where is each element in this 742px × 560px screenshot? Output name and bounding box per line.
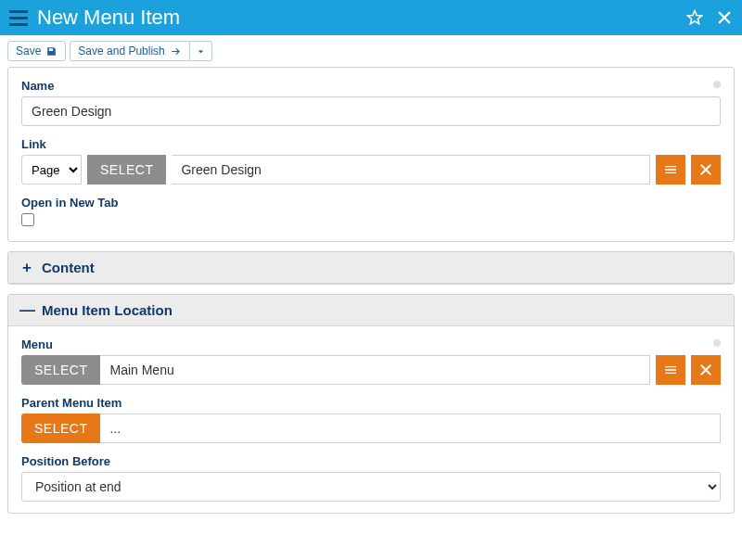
link-label: Link <box>21 137 721 151</box>
hamburger-icon[interactable] <box>9 8 28 27</box>
open-new-tab-group: Open in New Tab <box>21 196 721 230</box>
link-group: Link Page SELECT Green Design <box>21 137 721 185</box>
menu-menu-button[interactable] <box>656 355 685 385</box>
link-value: Green Design <box>172 155 650 185</box>
menu-icon <box>663 162 678 177</box>
link-select-button[interactable]: SELECT <box>87 155 166 185</box>
chevron-down-icon <box>195 45 207 57</box>
menu-label: Menu <box>21 337 721 351</box>
link-menu-button[interactable] <box>656 155 685 185</box>
position-label: Position Before <box>21 454 721 468</box>
open-new-tab-label: Open in New Tab <box>21 196 721 210</box>
content-panel-header[interactable]: + Content <box>8 252 734 284</box>
save-button[interactable]: Save <box>7 41 66 61</box>
x-icon <box>698 162 713 177</box>
position-group: Position Before Position at end <box>21 454 721 502</box>
close-icon[interactable] <box>716 9 733 26</box>
arrow-right-icon <box>170 45 182 57</box>
content-panel-title: Content <box>42 260 95 275</box>
star-icon[interactable] <box>686 9 703 26</box>
plus-icon: + <box>19 260 34 275</box>
link-clear-button[interactable] <box>691 155 721 185</box>
page-title: New Menu Item <box>37 6 677 30</box>
location-panel: — Menu Item Location Menu SELECT Main Me… <box>7 294 735 514</box>
location-panel-header[interactable]: — Menu Item Location <box>8 295 734 326</box>
general-panel: Name Link Page SELECT Green Design <box>7 67 735 242</box>
open-new-tab-checkbox[interactable] <box>21 213 34 226</box>
menu-value: Main Menu <box>100 355 650 385</box>
menu-clear-button[interactable] <box>691 355 721 385</box>
x-icon <box>698 363 713 377</box>
title-bar-actions <box>686 9 733 26</box>
minus-icon: — <box>19 302 34 318</box>
toolbar: Save Save and Publish <box>0 35 742 67</box>
name-group: Name <box>21 79 721 126</box>
parent-group: Parent Menu Item SELECT ... <box>21 396 721 443</box>
floppy-icon <box>45 45 58 57</box>
parent-value: ... <box>100 414 721 443</box>
menu-group: Menu SELECT Main Menu <box>21 337 721 385</box>
save-publish-dropdown[interactable] <box>190 41 212 61</box>
content-panel: + Content <box>7 251 735 285</box>
title-bar: New Menu Item <box>0 0 742 35</box>
parent-label: Parent Menu Item <box>21 396 721 410</box>
location-panel-title: Menu Item Location <box>42 302 173 318</box>
link-type-select[interactable]: Page <box>21 155 82 185</box>
save-publish-split: Save and Publish <box>70 41 211 61</box>
save-button-label: Save <box>16 45 41 57</box>
name-label: Name <box>21 79 721 93</box>
save-publish-button[interactable]: Save and Publish <box>70 41 189 61</box>
required-dot <box>713 339 721 347</box>
name-input[interactable] <box>21 96 721 126</box>
menu-select-button[interactable]: SELECT <box>21 355 100 385</box>
parent-select-button[interactable]: SELECT <box>21 414 100 443</box>
position-select[interactable]: Position at end <box>21 472 721 502</box>
save-publish-label: Save and Publish <box>78 45 164 57</box>
required-dot <box>713 81 721 88</box>
menu-icon <box>663 363 678 377</box>
